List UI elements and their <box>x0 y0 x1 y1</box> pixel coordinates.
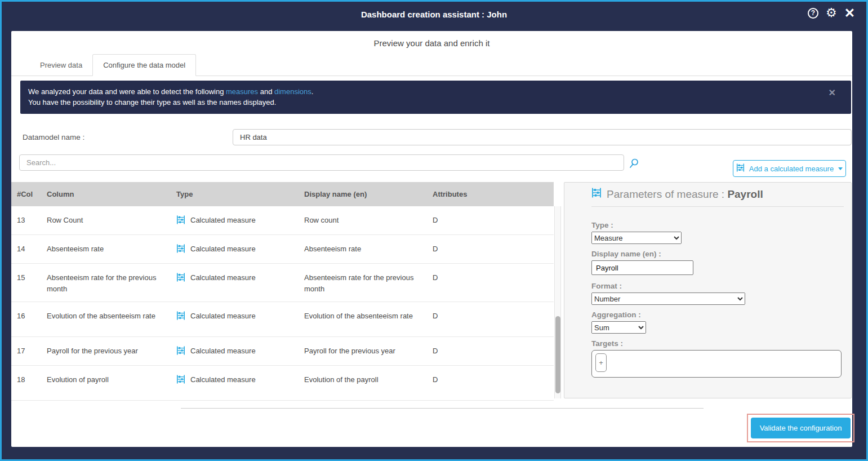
cell-column: Evolution of the absenteeism rate <box>47 302 176 336</box>
chevron-down-icon <box>838 167 843 170</box>
aggregation-label: Aggregation : <box>591 311 641 319</box>
calculated-measure-icon <box>176 215 185 228</box>
footer-divider <box>181 408 704 409</box>
display-name-label: Display name (en) : <box>591 250 661 258</box>
table-row[interactable]: 16 Evolution of the absenteeism rate Cal… <box>11 302 554 337</box>
measure-name: Payroll <box>727 188 763 200</box>
panel-divider <box>591 206 844 207</box>
cell-type: Calculated measure <box>176 337 304 365</box>
col-header-display-name: Display name (en) <box>304 190 433 198</box>
banner-line-2: You have the possibility to change their… <box>28 97 829 108</box>
format-select[interactable]: Number <box>591 292 745 305</box>
cell-type: Calculated measure <box>176 235 304 263</box>
calculated-measure-icon <box>176 311 185 323</box>
cell-col-num: 16 <box>11 302 47 336</box>
type-label: Calculated measure <box>190 311 256 322</box>
cell-col-num: 13 <box>11 206 47 234</box>
col-header-attributes: Attributes <box>433 190 554 198</box>
close-icon[interactable]: ✕ <box>844 7 855 19</box>
tab-configure-data-model[interactable]: Configure the data model <box>92 54 196 76</box>
cell-column: Row Count <box>47 206 176 234</box>
dimensions-link[interactable]: dimensions <box>274 87 311 96</box>
calculated-measure-icon <box>736 163 745 174</box>
calculated-measure-icon <box>591 188 602 201</box>
cell-type: Calculated measure <box>176 366 304 400</box>
cell-display-name: Evolution of the absenteeism rate <box>304 302 433 336</box>
cell-attributes: D <box>433 337 554 365</box>
help-icon[interactable]: ? <box>808 8 818 19</box>
format-label: Format : <box>591 282 622 290</box>
display-name-input[interactable] <box>591 260 693 275</box>
calculated-measure-icon <box>176 345 185 358</box>
table-row[interactable]: 14 Absenteeism rate Calculated measure A… <box>11 235 554 264</box>
add-calculated-measure-button[interactable]: Add a calculated measure <box>733 160 846 177</box>
col-header-num: #Col <box>11 190 47 198</box>
search-input[interactable] <box>19 154 624 171</box>
aggregation-select[interactable]: Sum <box>591 321 646 334</box>
cell-col-num: 14 <box>11 235 47 263</box>
page-title: Preview your data and enrich it <box>11 38 852 48</box>
cell-type: Calculated measure <box>176 264 304 302</box>
cell-display-name: Evolution of the payroll <box>304 366 433 400</box>
info-banner: We analyzed your data and were able to d… <box>20 81 851 114</box>
window-title: Dashboard creation assistant : John <box>2 10 866 19</box>
gear-icon[interactable]: ⚙ <box>826 7 837 19</box>
tab-bar: Preview data Configure the data model <box>11 54 852 76</box>
search-icon[interactable] <box>628 158 639 171</box>
validate-configuration-button[interactable]: Validate the configuration <box>751 418 851 438</box>
dashboard-assistant-modal: { "window": { "title": "Dashboard creati… <box>0 0 868 461</box>
cell-type: Calculated measure <box>176 206 304 234</box>
table-row[interactable]: 15 Absenteeism rate for the previous mon… <box>11 264 554 302</box>
table-row[interactable]: 17 Payroll for the previous year Calcula… <box>11 337 554 366</box>
cell-type: Calculated measure <box>176 302 304 336</box>
add-calculated-measure-label: Add a calculated measure <box>749 165 834 173</box>
cell-attributes: D <box>433 206 554 234</box>
content-panel: Preview your data and enrich it Preview … <box>11 31 852 447</box>
type-label: Calculated measure <box>190 243 256 255</box>
table-scrollbar-track[interactable] <box>554 206 561 398</box>
cell-column: Payroll for the previous year <box>47 337 176 365</box>
banner-text: and <box>258 87 274 96</box>
targets-label: Targets : <box>591 339 623 348</box>
cell-display-name: Payroll for the previous year <box>304 337 433 365</box>
banner-close-icon[interactable]: ✕ <box>829 87 836 98</box>
type-label: Calculated measure <box>190 374 256 385</box>
type-label: Calculated measure <box>190 345 256 357</box>
calculated-measure-icon <box>176 374 185 387</box>
datamodel-name-input[interactable] <box>233 129 852 145</box>
highlight-annotation: Validate the configuration <box>747 414 854 442</box>
type-select[interactable]: Measure <box>591 232 682 244</box>
cell-display-name: Absenteeism rate <box>304 235 433 263</box>
type-label: Calculated measure <box>190 272 256 283</box>
datamodel-name-label: Datamodel name : <box>23 133 84 141</box>
parameters-panel: Parameters of measure : Payroll Type : M… <box>564 182 852 398</box>
cell-col-num: 18 <box>11 366 47 400</box>
calculated-measure-icon <box>176 272 185 285</box>
cell-col-num: 15 <box>11 264 47 302</box>
cell-column: Absenteeism rate for the previous month <box>47 264 176 302</box>
cell-col-num: 17 <box>11 337 47 365</box>
tab-preview-data[interactable]: Preview data <box>30 55 92 76</box>
cell-attributes: D <box>433 302 554 336</box>
table-row[interactable]: 18 Evolution of payroll Calculated measu… <box>11 366 554 401</box>
table-header-row: #Col Column Type Display name (en) Attri… <box>11 182 554 206</box>
cell-attributes: D <box>433 366 554 400</box>
table-row[interactable]: 13 Row Count Calculated measure Row coun… <box>11 206 554 235</box>
table-scrollbar-thumb[interactable] <box>555 316 560 393</box>
add-target-button[interactable]: + <box>595 353 607 372</box>
banner-line-1: We analyzed your data and were able to d… <box>28 86 829 97</box>
cell-display-name: Row count <box>304 206 433 234</box>
cell-column: Absenteeism rate <box>47 235 176 263</box>
col-header-column: Column <box>47 190 176 198</box>
calculated-measure-icon <box>176 243 185 256</box>
banner-text: . <box>311 87 314 96</box>
datamodel-table: #Col Column Type Display name (en) Attri… <box>11 182 554 401</box>
col-header-type: Type <box>176 190 304 198</box>
targets-box: + <box>591 350 842 378</box>
cell-attributes: D <box>433 264 554 302</box>
cell-display-name: Absenteeism rate for the previous month <box>304 264 433 302</box>
measures-link[interactable]: measures <box>226 87 258 96</box>
type-label: Type : <box>591 221 613 229</box>
parameters-title-text: Parameters of measure : Payroll <box>607 188 763 201</box>
parameters-title-prefix: Parameters of measure : <box>607 188 727 200</box>
